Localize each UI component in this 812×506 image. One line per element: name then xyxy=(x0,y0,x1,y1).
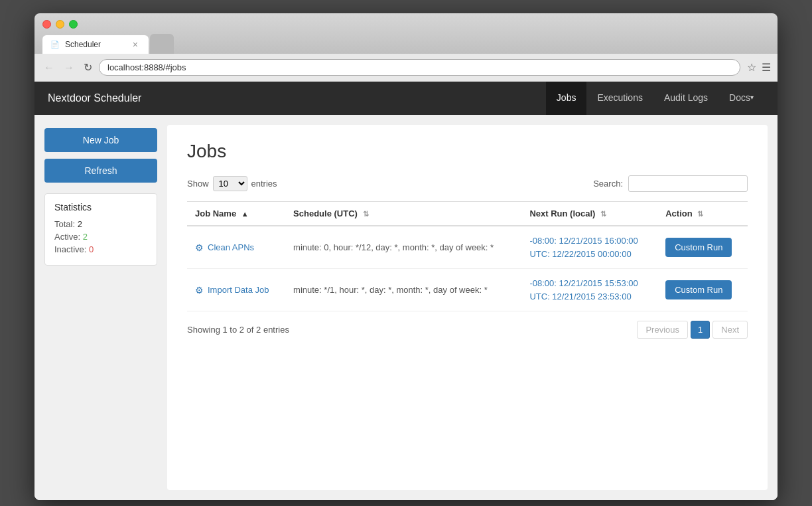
next-button[interactable]: Next xyxy=(712,321,748,339)
pagination: Previous 1 Next xyxy=(637,321,748,339)
search-box: Search: xyxy=(593,175,748,192)
nav-audit-logs[interactable]: Audit Logs xyxy=(653,82,718,115)
maximize-button[interactable] xyxy=(69,20,78,29)
table-body: ⚙ Clean APNs minute: 0, hour: */12, day:… xyxy=(187,226,748,311)
sidebar: New Job Refresh Statistics Total: 2 Acti… xyxy=(34,115,167,500)
next-run-cell-2: -08:00: 12/21/2015 15:53:00 UTC: 12/21/2… xyxy=(521,269,657,311)
job-icon-2: ⚙ xyxy=(195,285,204,295)
show-entries: Show 10 25 50 100 entries xyxy=(187,176,277,191)
custom-run-button-2[interactable]: Custom Run xyxy=(665,280,732,299)
search-input[interactable] xyxy=(628,175,748,192)
app-window: Nextdoor Scheduler Jobs Executions Audit… xyxy=(34,82,778,500)
tab-close-button[interactable]: × xyxy=(133,39,138,50)
close-button[interactable] xyxy=(42,20,51,29)
next-run-cell-1: -08:00: 12/21/2015 16:00:00 UTC: 12/22/2… xyxy=(521,226,657,269)
main-content: Jobs Show 10 25 50 100 entries xyxy=(167,125,768,490)
app-body: New Job Refresh Statistics Total: 2 Acti… xyxy=(34,115,778,500)
inactive-stat: Inactive: 0 xyxy=(54,244,147,254)
app-brand: Nextdoor Scheduler xyxy=(48,92,141,104)
table-controls: Show 10 25 50 100 entries Search: xyxy=(187,175,748,192)
job-icon: ⚙ xyxy=(195,242,204,253)
address-bar[interactable] xyxy=(99,59,740,76)
browser-tab[interactable]: 📄 Scheduler × xyxy=(42,35,149,54)
forward-button[interactable]: → xyxy=(61,60,77,75)
table-header: Job Name ▲ Schedule (UTC) ⇅ Next Run (lo… xyxy=(187,202,748,226)
job-name-cell: ⚙ Clean APNs xyxy=(187,226,285,269)
nav-docs[interactable]: Docs xyxy=(718,82,764,115)
page-title: Jobs xyxy=(187,141,748,162)
minimize-button[interactable] xyxy=(56,20,64,29)
schedule-cell-1: minute: 0, hour: */12, day: *, month: *,… xyxy=(285,226,521,269)
col-schedule[interactable]: Schedule (UTC) ⇅ xyxy=(285,202,521,226)
bookmark-button[interactable]: ☆ xyxy=(747,61,756,74)
statistics-box: Statistics Total: 2 Active: 2 Inactive: … xyxy=(44,193,157,266)
schedule-cell-2: minute: */1, hour: *, day: *, month: *, … xyxy=(285,269,521,311)
job-link-import-data[interactable]: ⚙ Import Data Job xyxy=(195,285,277,295)
refresh-button[interactable]: Refresh xyxy=(44,159,157,183)
entries-select[interactable]: 10 25 50 100 xyxy=(213,176,247,191)
app-nav: Jobs Executions Audit Logs Docs xyxy=(546,82,764,115)
new-job-button[interactable]: New Job xyxy=(44,128,157,152)
action-cell-1: Custom Run xyxy=(657,226,748,269)
entries-label: entries xyxy=(251,179,277,189)
page-1-button[interactable]: 1 xyxy=(691,321,710,339)
table-row: ⚙ Clean APNs minute: 0, hour: */12, day:… xyxy=(187,226,748,269)
jobs-table: Job Name ▲ Schedule (UTC) ⇅ Next Run (lo… xyxy=(187,201,748,311)
search-label: Search: xyxy=(593,179,623,189)
browser-navbar: ← → ↻ ☆ ☰ xyxy=(34,54,778,82)
col-action[interactable]: Action ⇅ xyxy=(657,202,748,226)
tab-title: Scheduler xyxy=(65,40,101,49)
previous-button[interactable]: Previous xyxy=(637,321,688,339)
nav-jobs[interactable]: Jobs xyxy=(546,82,587,115)
col-job-name[interactable]: Job Name ▲ xyxy=(187,202,285,226)
new-tab-button[interactable] xyxy=(150,34,174,54)
sort-asc-icon: ▲ xyxy=(241,210,249,218)
show-label: Show xyxy=(187,179,209,189)
tab-icon: 📄 xyxy=(50,41,60,49)
back-button[interactable]: ← xyxy=(41,60,57,75)
nav-executions[interactable]: Executions xyxy=(586,82,653,115)
menu-button[interactable]: ☰ xyxy=(762,61,771,74)
job-link-clean-apns[interactable]: ⚙ Clean APNs xyxy=(195,242,277,253)
next-run-local-1: -08:00: 12/21/2015 16:00:00 UTC: 12/22/2… xyxy=(529,234,649,260)
active-stat: Active: 2 xyxy=(54,232,147,242)
showing-text: Showing 1 to 2 of 2 entries xyxy=(187,325,289,335)
job-name-cell-2: ⚙ Import Data Job xyxy=(187,269,285,311)
sort-none-icon-3: ⇅ xyxy=(697,210,703,218)
col-next-run[interactable]: Next Run (local) ⇅ xyxy=(521,202,657,226)
sort-none-icon: ⇅ xyxy=(363,210,369,218)
sort-none-icon-2: ⇅ xyxy=(600,210,606,218)
app-header: Nextdoor Scheduler Jobs Executions Audit… xyxy=(34,82,778,115)
next-run-local-2: -08:00: 12/21/2015 15:53:00 UTC: 12/21/2… xyxy=(529,277,649,303)
table-row: ⚙ Import Data Job minute: */1, hour: *, … xyxy=(187,269,748,311)
custom-run-button-1[interactable]: Custom Run xyxy=(665,238,732,257)
table-footer: Showing 1 to 2 of 2 entries Previous 1 N… xyxy=(187,321,748,339)
reload-button[interactable]: ↻ xyxy=(81,60,95,75)
statistics-title: Statistics xyxy=(54,202,147,212)
action-cell-2: Custom Run xyxy=(657,269,748,311)
total-stat: Total: 2 xyxy=(54,219,147,229)
